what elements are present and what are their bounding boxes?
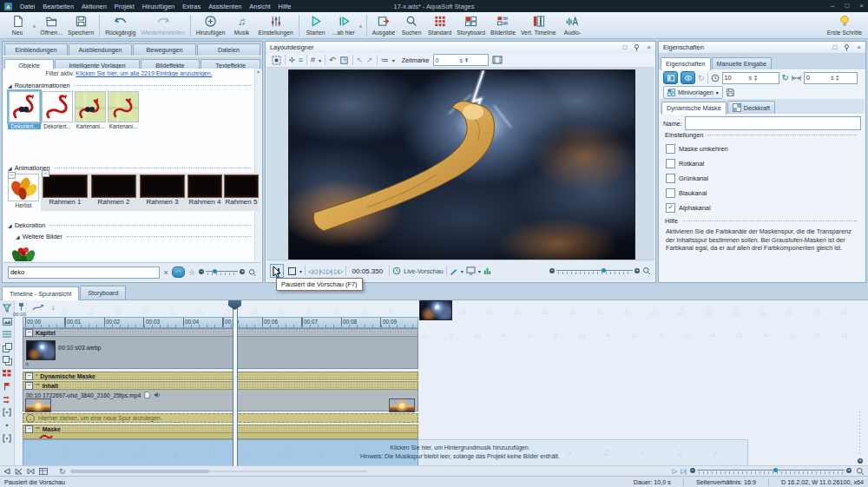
align-lines-icon[interactable]: ≡	[299, 56, 303, 64]
section-routenanimationen[interactable]: ◢ Routenanimationen	[8, 82, 251, 89]
tab-eigenschaften[interactable]: Eigenschaften	[661, 57, 711, 70]
scrollbar[interactable]: ▲	[254, 69, 261, 261]
play-button[interactable]: Starten	[302, 14, 330, 36]
skip-start-icon[interactable]: ◁◁	[308, 267, 317, 275]
shrink-icon[interactable]	[15, 468, 23, 475]
auto-duration-toggle-button[interactable]	[681, 71, 695, 84]
section-dekoration[interactable]: ◢ Dekoration	[8, 221, 251, 229]
collapse-badge[interactable]: −	[8, 172, 16, 179]
clear-search-icon[interactable]: ×	[163, 268, 168, 277]
rotate-icon[interactable]: ↶	[329, 56, 336, 64]
timeline-zoom-slider[interactable]: − +	[690, 467, 852, 475]
checkbox-box[interactable]	[666, 188, 675, 198]
search-input[interactable]	[8, 267, 160, 279]
clip-audio-icon[interactable]	[154, 392, 161, 398]
checkbox-box[interactable]	[666, 144, 675, 154]
deko-item-weihnachten[interactable]: Weihnach...	[7, 242, 40, 261]
redo-button[interactable]: Wiederherstellen	[138, 14, 187, 36]
panel-close-button[interactable]: ×	[647, 44, 651, 51]
settings-button[interactable]: Einstellungen	[255, 14, 295, 36]
panel-close-button[interactable]: ×	[857, 44, 861, 51]
play-to-end-icon[interactable]: ▷|	[681, 467, 686, 475]
kapitel-clip-thumbnail[interactable]	[26, 340, 56, 360]
menu-hilfe[interactable]: Hilfe	[279, 3, 292, 10]
panel-float-button[interactable]: □	[622, 44, 627, 51]
checkbox-rotkanal[interactable]: Rotkanal	[666, 159, 704, 168]
flag-icon[interactable]	[2, 381, 12, 392]
route-item-dekoriert-1[interactable]: Dekoriert...	[8, 91, 41, 129]
open-button[interactable]: Öffnen...	[37, 14, 65, 36]
timeline-scroll-slider[interactable]	[70, 469, 367, 473]
preview-zoom-slider[interactable]: − +	[549, 267, 640, 275]
hand-tool-icon[interactable]: ✣	[289, 56, 295, 64]
snapshot-icon[interactable]	[492, 56, 503, 64]
red-grid-icon[interactable]	[2, 368, 12, 378]
bracket-in-icon[interactable]	[2, 407, 12, 418]
collapse-button[interactable]: −	[25, 372, 33, 380]
thumbnail-size-slider[interactable]: − +	[199, 268, 245, 276]
offset-spinbox[interactable]: 0 s ▲▼	[804, 72, 858, 84]
step-back-icon[interactable]: |◁	[319, 267, 325, 275]
clip-document-icon[interactable]	[144, 392, 150, 398]
tab-ausblendungen[interactable]: Ausblendungen	[69, 43, 132, 56]
zoom-fit-icon[interactable]	[642, 267, 651, 275]
checkbox-box[interactable]	[666, 159, 675, 168]
subtab-deckkraft[interactable]: Deckkraft	[727, 101, 775, 114]
split-arrows-icon[interactable]	[2, 394, 12, 405]
tab-einblendungen[interactable]: Einblendungen	[4, 43, 68, 56]
grid-dropdown-icon[interactable]: ▾	[319, 57, 321, 63]
corner-arrow2-icon[interactable]: ↗	[366, 56, 373, 64]
spin-arrows[interactable]: ▲▼	[464, 57, 468, 63]
list-options-icon[interactable]: ≔	[381, 56, 389, 64]
name-input[interactable]	[685, 116, 861, 130]
storyboard-view-button[interactable]: Storyboard	[454, 14, 488, 36]
anim-item-rahmen-5[interactable]: Rahmen 5	[223, 172, 260, 206]
menu-projekt[interactable]: Projekt	[115, 3, 135, 10]
filter-toggle-button[interactable]: ◠	[172, 267, 185, 278]
insert-down-icon[interactable]: ↓	[51, 303, 56, 312]
music-button[interactable]: ♫ Musik	[227, 14, 255, 36]
filter-show-all-link[interactable]: Klicken Sie hier, um alle 2219 Einträge …	[76, 70, 212, 76]
layers-back-icon[interactable]	[2, 355, 12, 365]
menu-ansicht[interactable]: Ansicht	[249, 3, 270, 10]
music-track-hint[interactable]: Klicken Sie hier, um Hintergrundmusik hi…	[208, 444, 712, 462]
anim-item-rahmen-1[interactable]: − Rahmen 1	[41, 172, 89, 206]
checkbox-blaukanal[interactable]: Blaukanal	[666, 188, 707, 198]
image-list-view-button[interactable]: Bilderliste	[488, 14, 518, 36]
spin-arrows[interactable]: ▲▼	[836, 75, 839, 81]
live-preview-icon[interactable]	[392, 267, 401, 275]
zoom-search-icon[interactable]	[248, 268, 257, 277]
window-maximize-button[interactable]: □	[845, 3, 849, 10]
timeline-ruler[interactable]: 00:00 00:01 00:02 00:03 00:04 00:05 00:0…	[23, 317, 418, 328]
collapse-button[interactable]: −	[25, 329, 33, 337]
checkbox-alphakanal[interactable]: ✓ Alphakanal	[666, 203, 711, 213]
performance-icon[interactable]	[483, 267, 491, 275]
select-tool-icon[interactable]	[272, 56, 281, 65]
curve-tool-icon[interactable]	[32, 303, 44, 312]
maske-track-body[interactable]	[23, 433, 418, 439]
tab-dateien[interactable]: Dateien	[197, 43, 260, 56]
corner-arrow-icon[interactable]: ↖	[357, 56, 364, 64]
tab-manuelle-eingabe[interactable]: Manuelle Eingabe	[712, 57, 773, 69]
pause-button[interactable]	[270, 264, 284, 278]
list-dropdown-icon[interactable]: ▾	[392, 57, 395, 63]
menu-assistenten[interactable]: Assistenten	[208, 3, 241, 10]
monitor-icon[interactable]	[466, 267, 476, 275]
add-button[interactable]: Hinzufügen	[194, 14, 228, 36]
minivorlagen-button[interactable]: Minivorlagen ▾	[663, 86, 723, 99]
maske-track-header[interactable]: − ** Maske	[23, 424, 418, 433]
playhead-line[interactable]	[233, 300, 238, 466]
loop-icon[interactable]: ↻	[782, 73, 789, 82]
pin-tool-icon[interactable]	[17, 302, 25, 312]
menu-hinzufuegen[interactable]: Hinzufügen	[142, 3, 174, 10]
live-preview-label[interactable]: Live-Vorschau	[404, 267, 444, 275]
panel-pin-icon[interactable]	[634, 44, 640, 51]
layers-icon[interactable]	[2, 342, 12, 352]
route-item-dekoriert-2[interactable]: Dekoriert...	[41, 91, 74, 129]
play-left-icon[interactable]	[3, 468, 10, 475]
play-options-dropdown-icon[interactable]: ▾	[299, 268, 302, 274]
spin-arrows[interactable]: ▲▼	[753, 75, 757, 81]
bracket-out-icon[interactable]	[2, 433, 12, 444]
loop-playback-icon[interactable]: ↻	[59, 467, 66, 476]
list-icon[interactable]	[2, 329, 12, 339]
